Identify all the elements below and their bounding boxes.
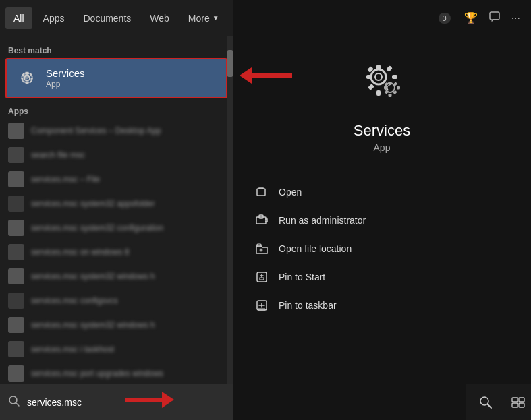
svg-rect-24 — [384, 86, 387, 90]
svg-rect-11 — [490, 12, 499, 20]
app-detail-type: App — [374, 142, 391, 153]
context-pin-taskbar[interactable]: Pin to taskbar — [249, 291, 515, 320]
app-item-text-9: services.msc i taskhost — [31, 344, 114, 354]
svg-rect-3 — [21, 78, 23, 79]
svg-rect-15 — [366, 75, 372, 79]
app-icon-6 — [8, 268, 24, 284]
app-icon-8 — [8, 317, 24, 333]
svg-rect-14 — [376, 90, 381, 96]
services-icon-small — [15, 66, 39, 90]
app-icon-9 — [8, 341, 24, 357]
search-box[interactable]: services.msc — [0, 384, 233, 420]
list-item[interactable]: services.msc i taskhost — [0, 337, 233, 361]
admin-icon — [254, 213, 269, 228]
context-run-admin[interactable]: Run as administrator — [249, 206, 515, 235]
app-icon-2 — [8, 171, 24, 187]
svg-line-10 — [16, 402, 20, 406]
svg-rect-33 — [257, 189, 265, 196]
app-icon-7 — [8, 293, 24, 309]
app-item-text-2: services.msc – File — [31, 175, 100, 184]
svg-rect-13 — [376, 65, 381, 70]
arrow-left-head — [240, 67, 252, 84]
list-item[interactable]: services.msc – File — [0, 167, 233, 191]
taskbar — [466, 384, 531, 420]
context-open[interactable]: Open — [249, 178, 515, 206]
list-item[interactable]: services.msc system32 configuration — [0, 216, 233, 240]
svg-rect-19 — [368, 84, 374, 90]
list-item[interactable]: Component Services – Desktop App — [0, 119, 233, 143]
context-open-location-label: Open file location — [279, 243, 352, 254]
open-icon — [254, 185, 269, 200]
taskbar-search-icon[interactable] — [479, 396, 493, 409]
nav-bar: All Apps Documents Web More ▼ — [0, 0, 233, 36]
list-item[interactable]: services.msc system32 windows h — [0, 264, 233, 289]
app-detail-name: Services — [354, 122, 410, 140]
arrow-left-indicator — [240, 67, 292, 84]
svg-rect-42 — [519, 398, 524, 402]
tab-more[interactable]: More ▼ — [180, 7, 227, 29]
best-match-item[interactable]: Services App — [5, 58, 227, 98]
context-pin-taskbar-label: Pin to taskbar — [279, 300, 337, 311]
app-item-text-1: search file msc — [31, 150, 85, 160]
list-item[interactable]: search file msc — [0, 143, 233, 167]
tab-apps[interactable]: Apps — [35, 7, 73, 29]
svg-line-40 — [487, 404, 491, 408]
svg-rect-25 — [397, 86, 400, 90]
best-match-type: App — [46, 80, 85, 89]
app-detail: Services App — [233, 36, 531, 167]
arrow-left-body — [252, 73, 292, 78]
app-item-text-8: services.msc system32 windows h — [31, 320, 155, 330]
arrow-bottom-head — [162, 392, 174, 408]
list-item[interactable]: services.msc port upgrades windows — [0, 361, 233, 386]
app-item-text-0: Component Services – Desktop App — [31, 126, 161, 136]
tab-web[interactable]: Web — [142, 7, 177, 29]
app-item-text-5: services.msc on windows 8 — [31, 247, 129, 257]
svg-rect-23 — [389, 94, 392, 97]
list-item[interactable]: services.msc system32 appsfolder — [0, 191, 233, 216]
context-open-label: Open — [279, 187, 302, 198]
app-icon-0 — [8, 123, 24, 139]
context-open-location[interactable]: Open file location — [249, 235, 515, 263]
tab-all[interactable]: All — [5, 7, 32, 29]
scrollbar[interactable] — [227, 36, 233, 394]
taskbar-taskview-icon[interactable] — [511, 396, 525, 409]
app-item-text-3: services.msc system32 appsfolder — [31, 199, 155, 208]
tab-documents[interactable]: Documents — [75, 7, 139, 29]
app-item-text-4: services.msc system32 configuration — [31, 223, 163, 233]
chevron-down-icon: ▼ — [213, 14, 219, 22]
svg-rect-20 — [386, 65, 393, 72]
trophy-icon[interactable]: 🏆 — [464, 11, 478, 24]
search-icon — [8, 395, 20, 410]
apps-section-label: Apps — [0, 101, 233, 119]
svg-rect-44 — [519, 403, 524, 407]
more-icon[interactable]: ··· — [511, 12, 520, 24]
results-area[interactable]: Best match — [0, 36, 233, 420]
context-menu: Open Run as administrator Open file — [233, 167, 531, 330]
context-pin-start-label: Pin to Start — [279, 272, 325, 282]
list-item[interactable]: services.msc on windows 8 — [0, 240, 233, 264]
pin-start-icon — [254, 270, 269, 284]
notification-badge: 0 — [439, 13, 451, 24]
right-top-bar: 0 🏆 ··· — [233, 0, 531, 36]
list-item[interactable]: services.msc configsvcs — [0, 289, 233, 313]
services-gear-icon — [358, 57, 406, 114]
arrow-bottom-body — [125, 398, 162, 402]
svg-point-30 — [388, 86, 393, 90]
context-pin-start[interactable]: Pin to Start — [249, 263, 515, 291]
folder-icon — [254, 241, 269, 256]
app-icon-10 — [8, 365, 24, 382]
feedback-icon[interactable] — [488, 11, 501, 26]
search-panel: All Apps Documents Web More ▼ Best match — [0, 0, 233, 420]
app-icon-1 — [8, 147, 24, 163]
arrow-bottom-indicator — [125, 392, 174, 408]
scroll-thumb[interactable] — [227, 50, 233, 77]
app-item-text-10: services.msc port upgrades windows — [31, 369, 163, 378]
app-icon-4 — [8, 220, 24, 236]
svg-rect-1 — [26, 72, 28, 74]
app-item-text-6: services.msc system32 windows h — [31, 272, 155, 281]
svg-rect-28 — [385, 90, 389, 94]
list-item[interactable]: services.msc system32 windows h — [0, 313, 233, 337]
best-match-label: Best match — [0, 42, 233, 58]
svg-rect-41 — [512, 398, 518, 402]
app-item-text-7: services.msc configsvcs — [31, 296, 118, 305]
